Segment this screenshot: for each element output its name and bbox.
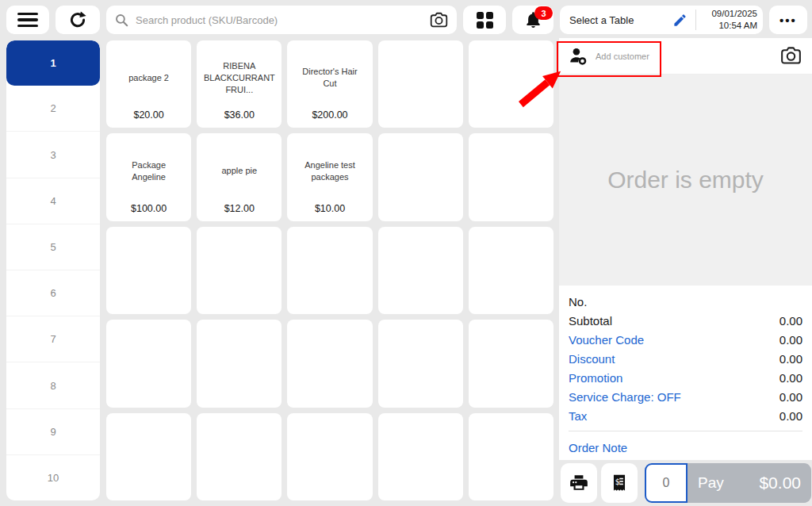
pay-label: Pay <box>698 474 724 492</box>
summary-row-voucher-code: Voucher Code 0.00 <box>569 330 802 349</box>
order-empty-text: Order is empty <box>607 167 764 194</box>
product-tile-empty <box>378 133 463 220</box>
sidebar-page-item[interactable]: 10 <box>6 454 100 500</box>
printer-icon <box>569 473 589 493</box>
product-name: RIBENA BLACKCURRANT FRUI... <box>197 47 282 109</box>
summary-row-tax: Tax 0.00 <box>569 406 802 425</box>
service-charge-link[interactable]: Service Charge: OFF <box>569 390 681 404</box>
product-tile-empty <box>378 227 463 314</box>
product-tile-empty <box>469 227 553 314</box>
voucher-code-link[interactable]: Voucher Code <box>569 333 644 347</box>
order-panel-footer: $ Pay $0.00 <box>559 460 812 506</box>
product-price: $36.00 <box>197 109 282 121</box>
pos-app: 3 Select a Table 09/01/2025 10:54 AM •••… <box>0 0 812 506</box>
svg-text:$: $ <box>615 477 620 486</box>
refresh-button[interactable] <box>56 6 100 34</box>
sidebar-page-item[interactable]: 9 <box>6 408 100 454</box>
apps-button[interactable] <box>463 6 506 34</box>
product-tile[interactable]: package 2 $20.00 <box>106 40 191 128</box>
summary-label: Subtotal <box>569 314 612 328</box>
product-tile-empty <box>106 320 191 407</box>
summary-row-service-charge: Service Charge: OFF 0.00 <box>569 387 802 406</box>
add-customer-button[interactable]: Add customer <box>569 46 649 66</box>
notification-badge: 3 <box>534 6 553 20</box>
table-selector[interactable]: Select a Table 09/01/2025 10:54 AM <box>560 6 763 34</box>
sidebar-page-item[interactable]: 3 <box>6 131 100 177</box>
menu-button[interactable] <box>6 6 49 34</box>
order-note-section: Order Note <box>569 431 802 455</box>
print-button[interactable] <box>561 463 597 503</box>
discount-link[interactable]: Discount <box>569 352 615 366</box>
product-tile[interactable]: Director's Hair Cut $200.00 <box>287 40 372 128</box>
summary-row-no: No. <box>569 292 802 311</box>
product-tile-empty <box>287 227 372 314</box>
product-tile-empty <box>197 320 282 407</box>
product-tile-empty <box>378 320 463 407</box>
more-options-button[interactable]: ••• <box>769 6 807 34</box>
product-name: Angeline test packages <box>287 140 372 201</box>
sidebar-page-item[interactable]: 2 <box>6 86 100 131</box>
summary-value: 0.00 <box>779 409 802 423</box>
product-name: package 2 <box>106 47 191 109</box>
datetime-display: 09/01/2025 10:54 AM <box>696 8 763 32</box>
product-name: Package Angeline <box>106 140 191 201</box>
summary-value: 0.00 <box>779 352 802 366</box>
search-icon <box>114 13 129 28</box>
product-name: apple pie <box>197 140 282 201</box>
product-tile-empty <box>197 413 282 500</box>
pay-button[interactable]: Pay $0.00 <box>688 463 811 503</box>
table-selector-label: Select a Table <box>569 14 665 26</box>
sidebar-page-item[interactable]: 1 <box>6 40 100 86</box>
receipt-icon: $ <box>609 473 630 493</box>
tax-link[interactable]: Tax <box>569 409 587 423</box>
quantity-input[interactable] <box>645 463 688 503</box>
summary-label: No. <box>569 295 587 309</box>
sidebar-page-item[interactable]: 4 <box>6 178 100 224</box>
summary-row-subtotal: Subtotal 0.00 <box>569 311 802 330</box>
add-customer-label: Add customer <box>596 52 649 61</box>
product-tile-empty <box>378 40 463 128</box>
summary-value: 0.00 <box>779 371 802 385</box>
time-text: 10:54 AM <box>696 20 757 32</box>
date-text: 09/01/2025 <box>696 8 757 20</box>
product-price: $12.00 <box>197 203 282 214</box>
summary-row-discount: Discount 0.00 <box>569 349 802 368</box>
product-tile[interactable]: apple pie $12.00 <box>197 133 282 220</box>
sidebar-page-item[interactable]: 8 <box>6 362 100 408</box>
summary-value: 0.00 <box>779 314 802 328</box>
order-camera-button[interactable] <box>779 44 802 67</box>
search-input[interactable] <box>136 14 423 26</box>
sidebar-page-item[interactable]: 7 <box>6 316 100 362</box>
product-tile[interactable]: RIBENA BLACKCURRANT FRUI... $36.00 <box>197 40 282 128</box>
product-tile-empty <box>469 413 553 500</box>
product-price: $200.00 <box>287 109 372 121</box>
person-plus-icon <box>569 46 588 66</box>
edit-pencil-icon[interactable] <box>665 13 695 28</box>
product-tile[interactable]: Package Angeline $100.00 <box>106 133 191 220</box>
order-empty-area: Order is empty <box>559 75 812 286</box>
product-tile-empty <box>197 227 282 314</box>
search-bar <box>106 6 457 34</box>
product-price: $100.00 <box>106 203 191 214</box>
promotion-link[interactable]: Promotion <box>569 371 622 385</box>
product-tile-empty <box>106 227 191 314</box>
bill-button[interactable]: $ <box>601 463 638 503</box>
search-camera-icon[interactable] <box>429 10 449 30</box>
order-panel: Add customer Order is empty No. Subtotal… <box>559 38 812 506</box>
product-tile-empty <box>469 40 553 128</box>
product-tile-empty <box>469 133 553 220</box>
pay-amount: $0.00 <box>759 473 801 493</box>
product-tile[interactable]: Angeline test packages $10.00 <box>287 133 372 220</box>
sidebar-page-item[interactable]: 6 <box>6 270 100 316</box>
product-tile-empty <box>378 413 463 500</box>
product-price: $10.00 <box>287 203 372 214</box>
order-panel-header: Add customer <box>559 38 812 75</box>
summary-value: 0.00 <box>779 390 802 404</box>
sidebar-page-item[interactable]: 5 <box>6 224 100 270</box>
page-sidebar: 1 2 3 4 5 6 7 8 9 10 <box>6 40 100 500</box>
order-note-link[interactable]: Order Note <box>569 441 627 454</box>
grid-icon <box>477 12 493 29</box>
product-price: $20.00 <box>106 109 191 121</box>
notifications-button[interactable]: 3 <box>512 6 553 34</box>
product-tile-empty <box>106 413 191 500</box>
